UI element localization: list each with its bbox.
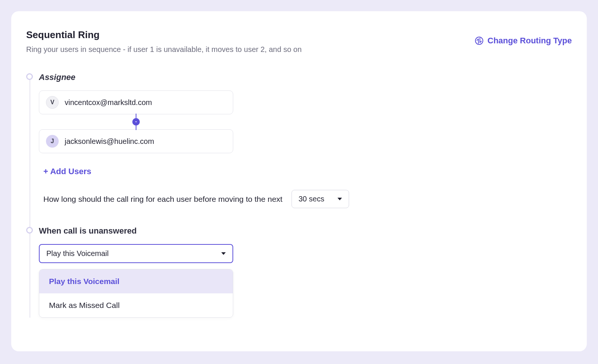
user-email: vincentcox@marksltd.com (65, 98, 152, 107)
ring-duration-value: 30 secs (299, 195, 324, 203)
unanswered-selected-value: Play this Voicemail (46, 249, 109, 258)
page-subtitle: Ring your users in sequence - if user 1 … (26, 45, 302, 54)
assignee-section-title: Assignee (39, 73, 572, 82)
unanswered-action-select[interactable]: Play this Voicemail (39, 244, 233, 263)
ring-duration-label: How long should the call ring for each u… (43, 195, 283, 204)
svg-point-0 (475, 37, 483, 44)
user-email: jacksonlewis@huelinc.com (65, 137, 154, 146)
user-connector (39, 114, 233, 129)
change-routing-label: Change Routing Type (487, 36, 572, 46)
chevron-down-icon (221, 252, 226, 255)
title-block: Sequential Ring Ring your users in seque… (26, 29, 302, 54)
unanswered-section-title: When call is unanswered (39, 226, 572, 236)
change-routing-button[interactable]: Change Routing Type (475, 36, 572, 46)
ring-duration-row: How long should the call ring for each u… (43, 190, 572, 208)
page-title: Sequential Ring (26, 29, 302, 41)
timeline-line (30, 75, 30, 318)
unanswered-section: When call is unanswered Play this Voicem… (34, 226, 572, 318)
section-marker (26, 227, 33, 234)
assignee-section: Assignee V vincentcox@marksltd.com J jac… (34, 73, 572, 208)
avatar: V (46, 96, 59, 109)
dropdown-option-missed-call[interactable]: Mark as Missed Call (39, 293, 233, 317)
swap-icon (475, 36, 484, 45)
user-row[interactable]: V vincentcox@marksltd.com (39, 90, 233, 114)
user-row[interactable]: J jacksonlewis@huelinc.com (39, 129, 233, 153)
avatar: J (46, 135, 59, 148)
chevron-down-icon (337, 198, 342, 200)
body: Assignee V vincentcox@marksltd.com J jac… (26, 73, 572, 318)
add-users-button[interactable]: + Add Users (43, 167, 572, 176)
section-marker (26, 73, 33, 80)
unanswered-dropdown: Play this Voicemail Mark as Missed Call (39, 269, 233, 318)
dropdown-option-voicemail[interactable]: Play this Voicemail (39, 269, 233, 293)
header: Sequential Ring Ring your users in seque… (26, 29, 572, 54)
ring-duration-select[interactable]: 30 secs (292, 190, 349, 208)
settings-card: Sequential Ring Ring your users in seque… (11, 11, 587, 351)
chevron-down-circle-icon (132, 118, 140, 126)
